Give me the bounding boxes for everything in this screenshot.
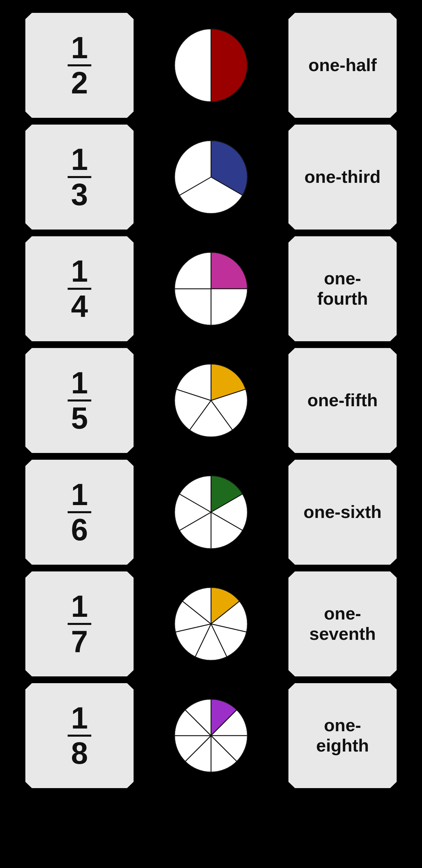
number-card-2: 1 4 — [25, 236, 134, 341]
fraction-circle-6 — [172, 697, 250, 775]
fraction-circle-4 — [172, 473, 250, 551]
number-card-6: 1 8 — [25, 683, 134, 788]
fraction-circle-5 — [172, 585, 250, 663]
fraction-circle-0 — [172, 26, 250, 104]
word-card-6: one-eighth — [288, 683, 397, 788]
word-card-4: one-sixth — [288, 460, 397, 565]
fraction-row-2: 1 4 one-fourth — [0, 233, 422, 345]
fraction-circle-3 — [172, 362, 250, 439]
word-card-1: one-third — [288, 125, 397, 230]
rows-container: 1 2 one-half 1 3 one-third 1 4 one-fourt… — [0, 9, 422, 791]
fraction-row-4: 1 6 one-sixth — [0, 456, 422, 568]
fraction-row-3: 1 5 one-fifth — [0, 345, 422, 456]
number-card-4: 1 6 — [25, 460, 134, 565]
word-card-5: one-seventh — [288, 571, 397, 676]
number-card-0: 1 2 — [25, 13, 134, 118]
fraction-display-2: 1 4 — [68, 256, 91, 322]
fraction-row-6: 1 8 one-eighth — [0, 680, 422, 791]
fraction-display-1: 1 3 — [68, 144, 91, 210]
fraction-display-5: 1 7 — [68, 591, 91, 657]
fraction-circle-2 — [172, 250, 250, 328]
fraction-display-6: 1 8 — [68, 703, 91, 768]
fraction-display-4: 1 6 — [68, 479, 91, 545]
number-card-1: 1 3 — [25, 125, 134, 230]
fraction-row-0: 1 2 one-half — [0, 9, 422, 121]
header-row — [0, 0, 422, 9]
fraction-display-0: 1 2 — [68, 32, 91, 98]
number-card-3: 1 5 — [25, 348, 134, 453]
number-card-5: 1 7 — [25, 571, 134, 676]
fraction-row-1: 1 3 one-third — [0, 121, 422, 233]
fraction-display-3: 1 5 — [68, 368, 91, 433]
fraction-circle-1 — [172, 138, 250, 216]
word-card-3: one-fifth — [288, 348, 397, 453]
word-card-2: one-fourth — [288, 236, 397, 341]
fraction-row-5: 1 7 one-seventh — [0, 568, 422, 680]
word-card-0: one-half — [288, 13, 397, 118]
